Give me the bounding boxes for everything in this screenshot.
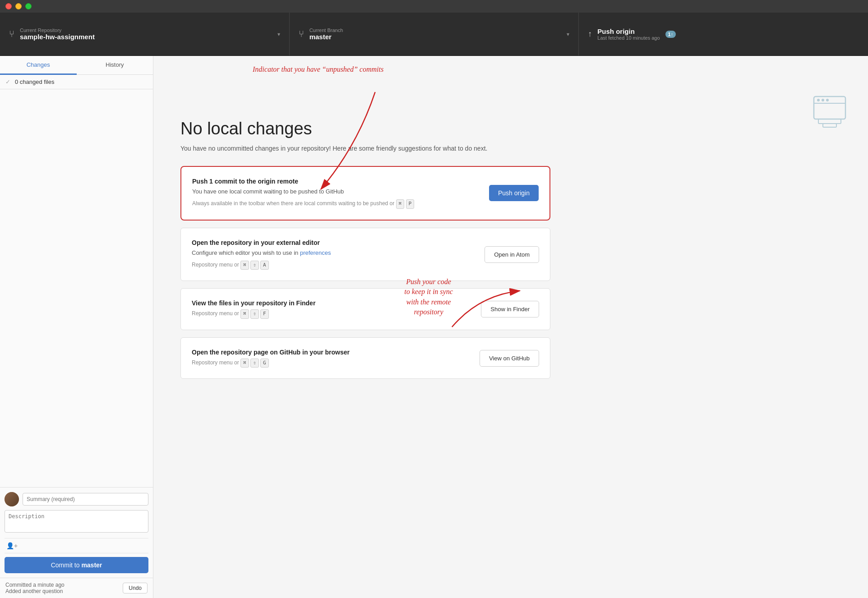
svg-rect-3 [818, 119, 841, 124]
push-icon: ↑ [588, 29, 592, 39]
illustration [809, 92, 850, 134]
repo-label: Current Repository [20, 28, 95, 33]
push-text: Push origin Last fetched 10 minutes ago [597, 28, 660, 41]
kbd-a: A [260, 261, 269, 270]
minimize-button[interactable] [15, 3, 22, 9]
main-content: Indicator that you have “unpushed” commi… [153, 56, 868, 598]
editor-card-hint: Repository menu or ⌘ ⇧ A [192, 261, 474, 270]
push-card: Push 1 commit to the origin remote You h… [180, 166, 550, 221]
svg-point-8 [826, 99, 829, 101]
github-card-title: Open the repository page on GitHub in yo… [192, 349, 469, 356]
preferences-link[interactable]: preferences [300, 249, 331, 256]
github-card: Open the repository page on GitHub in yo… [180, 337, 550, 379]
push-origin-section[interactable]: ↑ Push origin Last fetched 10 minutes ag… [579, 13, 868, 55]
github-card-hint: Repository menu or ⌘ ⇧ G [192, 359, 469, 368]
co-authors-row[interactable]: 👤+ [5, 538, 148, 553]
commit-button-branch: master [81, 561, 102, 569]
page-subtitle: You have no uncommitted changes in your … [180, 144, 496, 153]
kbd-f: F [260, 309, 269, 319]
status-line1: Committed a minute ago [5, 582, 65, 588]
push-badge: 1↑ [665, 31, 676, 38]
commit-button-text: Commit to [51, 561, 82, 569]
toolbar: ⑂ Current Repository sample-hw-assignmen… [0, 13, 868, 56]
status-text: Committed a minute ago Added another que… [5, 582, 65, 594]
description-input[interactable] [5, 510, 148, 533]
commit-area: 👤+ Commit to master [0, 487, 153, 578]
svg-point-7 [822, 99, 824, 101]
kbd-g: G [260, 359, 269, 368]
changed-files-count: 0 changed files [15, 78, 54, 85]
editor-card: Open the repository in your external edi… [180, 228, 550, 281]
status-line2: Added another question [5, 588, 65, 594]
kbd-shift2: ⇧ [250, 261, 259, 270]
main-layout: Changes History ✓ 0 changed files 👤+ Com [0, 56, 868, 598]
github-card-content: Open the repository page on GitHub in yo… [192, 349, 469, 368]
push-sublabel: Last fetched 10 minutes ago [597, 35, 660, 41]
tabs: Changes History [0, 56, 153, 75]
sidebar-spacer [0, 89, 153, 487]
kbd-cmd: ⌘ [396, 199, 405, 209]
svg-rect-4 [823, 124, 836, 127]
push-origin-button[interactable]: Push origin [489, 185, 539, 201]
kbd-p: P [406, 199, 415, 209]
undo-button[interactable]: Undo [123, 583, 148, 593]
repo-chevron: ▾ [277, 31, 280, 37]
repo-name: sample-hw-assignment [20, 33, 95, 41]
editor-card-content: Open the repository in your external edi… [192, 239, 474, 270]
editor-card-title: Open the repository in your external edi… [192, 239, 474, 246]
tab-history[interactable]: History [77, 56, 153, 75]
commit-summary-row [5, 492, 148, 506]
svg-point-6 [817, 99, 820, 101]
repo-icon: ⑂ [9, 29, 14, 39]
push-card-content: Push 1 commit to the origin remote You h… [192, 178, 478, 209]
push-card-desc: You have one local commit waiting to be … [192, 188, 478, 196]
kbd-shift3: ⇧ [250, 309, 259, 319]
branch-text: Current Branch master [309, 28, 343, 41]
avatar-image [5, 492, 19, 506]
kbd-shift4: ⇧ [250, 359, 259, 368]
branch-icon: ⑂ [299, 29, 304, 39]
avatar [5, 492, 19, 506]
title-bar [0, 0, 868, 13]
repo-text: Current Repository sample-hw-assignment [20, 28, 95, 41]
maximize-button[interactable] [25, 3, 32, 9]
status-bar: Committed a minute ago Added another que… [0, 578, 153, 598]
view-on-github-button[interactable]: View on GitHub [480, 350, 539, 367]
sidebar: Changes History ✓ 0 changed files 👤+ Com [0, 56, 153, 598]
branch-chevron: ▾ [567, 31, 569, 37]
annotation-top: Indicator that you have “unpushed” commi… [253, 65, 478, 74]
page-title: No local changes [180, 119, 841, 138]
check-icon: ✓ [5, 78, 10, 85]
kbd-cmd3: ⌘ [240, 309, 249, 319]
changed-files-row: ✓ 0 changed files [0, 75, 153, 89]
annotation-bottom: Push your codeto keep it in syncwith the… [343, 277, 514, 317]
current-repository-section[interactable]: ⑂ Current Repository sample-hw-assignmen… [0, 13, 290, 55]
editor-card-desc: Configure which editor you wish to use i… [192, 249, 474, 257]
push-card-title: Push 1 commit to the origin remote [192, 178, 478, 185]
branch-name: master [309, 33, 343, 41]
push-card-hint: Always available in the toolbar when the… [192, 199, 478, 209]
summary-input[interactable] [23, 493, 148, 506]
tab-changes[interactable]: Changes [0, 56, 77, 75]
commit-button[interactable]: Commit to master [5, 557, 148, 573]
push-label: Push origin [597, 28, 660, 35]
kbd-cmd2: ⌘ [240, 261, 249, 270]
close-button[interactable] [5, 3, 12, 9]
open-in-atom-button[interactable]: Open in Atom [485, 246, 539, 263]
current-branch-section[interactable]: ⑂ Current Branch master ▾ [290, 13, 579, 55]
kbd-cmd4: ⌘ [240, 359, 249, 368]
co-authors-icon: 👤+ [6, 542, 18, 549]
branch-label: Current Branch [309, 28, 343, 33]
